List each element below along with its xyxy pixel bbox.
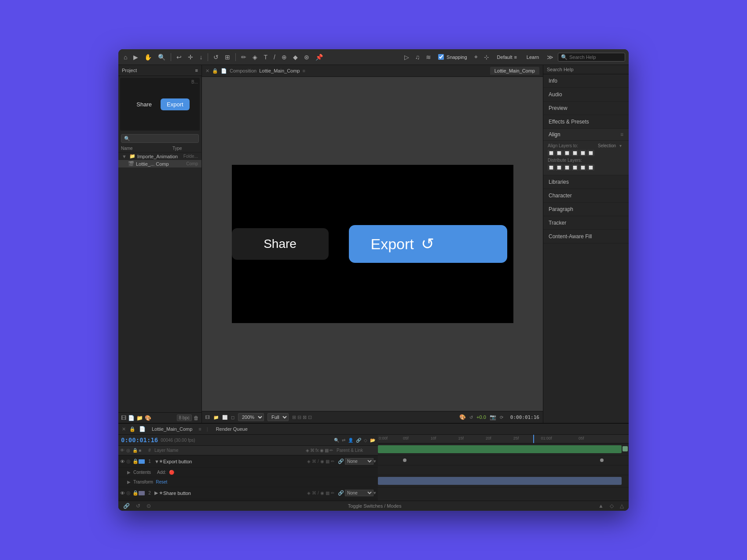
snapping-toggle[interactable]: Snapping (436, 53, 470, 61)
link-icon-footer[interactable]: 🔗 (122, 502, 131, 509)
warp-icon[interactable]: ⊛ (302, 53, 311, 62)
project-menu-icon[interactable]: ≡ (195, 68, 198, 73)
keyframe-1[interactable] (403, 458, 406, 462)
sw2-1[interactable]: ◈ (307, 491, 311, 495)
content-aware-fill-panel-item[interactable]: Content-Aware Fill (543, 230, 629, 244)
undo-icon[interactable]: ↺ (212, 53, 220, 62)
layer-expand-1[interactable]: ▼ (154, 459, 159, 464)
layer-solo-1[interactable]: ◎ (126, 458, 132, 464)
footage-icon[interactable]: 🎞 (121, 415, 126, 421)
folder-icon-footer[interactable]: 📁 (136, 415, 143, 421)
mask-icon-vf[interactable]: ◻ (231, 415, 234, 420)
align-top-btn[interactable]: ⬜ (571, 150, 579, 156)
sw-6[interactable]: ✏ (331, 459, 334, 464)
panel-fold-icon[interactable]: B... (191, 80, 198, 84)
dist-center-h-btn[interactable]: ⬜ (556, 164, 563, 171)
text-icon[interactable]: T (262, 53, 269, 62)
snap-grid-icon[interactable]: ⊹ (482, 53, 491, 62)
libraries-panel-item[interactable]: Libraries (543, 175, 629, 189)
sw2-5[interactable]: ▦ (326, 491, 330, 495)
audio-panel-item[interactable]: Audio (543, 88, 629, 102)
timeline-close-icon[interactable]: ✕ (122, 426, 126, 432)
layer-link-2[interactable]: 🔗 (338, 490, 345, 496)
workspace-button[interactable]: Default ≡ (494, 54, 520, 61)
zoom-icon[interactable]: 🔍 (156, 53, 167, 62)
folder-icon-vf[interactable]: 📁 (213, 415, 219, 420)
sw2-4[interactable]: ◉ (320, 491, 324, 495)
sw-2[interactable]: ⌘ (312, 459, 316, 464)
transform-expand[interactable]: ▶ (127, 480, 131, 484)
align-center-h-btn[interactable]: ⬜ (556, 150, 563, 156)
layer-parent-1[interactable]: None (345, 458, 374, 465)
timeline-tool-1[interactable]: ⇄ (342, 438, 345, 443)
pin-icon[interactable]: 📌 (314, 53, 325, 62)
character-panel-item[interactable]: Character (543, 189, 629, 203)
comp-lock-icon[interactable]: 🔒 (212, 68, 218, 74)
paragraph-panel-item[interactable]: Paragraph (543, 203, 629, 216)
footage-icon-footer[interactable]: 🎞 (205, 415, 210, 420)
anim-icon-vf[interactable]: ⬜ (222, 415, 227, 420)
align-right-btn[interactable]: ⬜ (564, 150, 571, 156)
home-icon[interactable]: ⌂ (122, 53, 129, 62)
effects-panel-item[interactable]: Effects & Presets (543, 115, 629, 129)
delete-icon[interactable]: 🗑 (194, 415, 199, 421)
project-search-input[interactable] (121, 134, 199, 143)
preview-export-button[interactable]: Export (161, 98, 190, 110)
learn-button[interactable]: Learn (523, 54, 542, 61)
tracker-panel-item[interactable]: Tracker (543, 216, 629, 230)
layer-link-1[interactable]: 🔗 (338, 458, 345, 464)
timeline-expand-icon[interactable]: ▲ (597, 502, 605, 509)
render-queue-tab[interactable]: Render Queue (213, 425, 250, 433)
layer-lock-2[interactable]: 🔒 (132, 490, 139, 496)
comp-tab[interactable]: Lottie_Main_Comp (490, 67, 539, 75)
timeline-mountain-icon[interactable]: △ (619, 502, 625, 509)
grid-icon[interactable]: ⊞ (223, 53, 232, 62)
layer-solo-2[interactable]: ◎ (126, 490, 132, 496)
align-left-btn[interactable]: ⬜ (548, 150, 555, 156)
align-menu-icon[interactable]: ≡ (620, 131, 623, 138)
sw-1[interactable]: ◈ (307, 459, 311, 464)
palette-icon[interactable]: 🎨 (145, 415, 151, 421)
bezier-icon[interactable]: ◈ (251, 53, 259, 62)
add-contents-icon[interactable]: 🔴 (169, 470, 174, 475)
sw2-2[interactable]: ⌘ (312, 491, 316, 495)
toggle-switches-label[interactable]: Toggle Switches / Modes (156, 503, 593, 509)
layer-expand-2[interactable]: ▶ (154, 490, 159, 496)
rotate-left-icon[interactable]: ↩ (175, 53, 183, 62)
dist-left-btn[interactable]: ⬜ (548, 164, 555, 171)
clone-icon[interactable]: ⊕ (280, 53, 289, 62)
line-icon[interactable]: / (272, 53, 277, 62)
expand-icon[interactable]: ≫ (545, 53, 555, 62)
search-input-icon[interactable]: 🔍 (334, 438, 339, 443)
timeline-menu-icon[interactable]: ≡ (198, 426, 201, 432)
dist-right-btn[interactable]: ⬜ (564, 164, 571, 171)
select-icon[interactable]: ▶ (132, 53, 140, 62)
preview-panel-item[interactable]: Preview (543, 102, 629, 115)
timeline-tool-2[interactable]: 👤 (348, 438, 353, 443)
keyframe-2[interactable] (600, 458, 604, 462)
info-panel-item[interactable]: Info (543, 74, 629, 88)
refresh-icon[interactable]: ↺ (469, 415, 473, 420)
timeline-tool-3[interactable]: 🔗 (356, 438, 361, 443)
sw2-6[interactable]: ✏ (331, 491, 334, 495)
sw-4[interactable]: ◉ (320, 459, 324, 464)
motion-path-icon[interactable]: ⊙ (145, 502, 152, 509)
file-item-comp[interactable]: 🎬 Lottie_... Comp Comp (118, 160, 201, 167)
motion-icon[interactable]: ≋ (424, 53, 433, 62)
contents-expand[interactable]: ▶ (127, 470, 131, 475)
preview-icon[interactable]: ▷ (403, 53, 411, 62)
dist-top-btn[interactable]: ⬜ (571, 164, 579, 171)
file-item-folder[interactable]: ▼ 📁 Importe_Animation Folde... (118, 153, 201, 160)
timeline-diamond-icon[interactable]: ◇ (608, 502, 615, 509)
down-arrow-icon[interactable]: ↓ (198, 53, 204, 62)
sw-3[interactable]: / (318, 459, 319, 464)
comp-icon-footer[interactable]: 📄 (128, 415, 135, 421)
timeline-lock-icon[interactable]: 🔒 (129, 426, 135, 432)
audio-icon[interactable]: ♫ (414, 53, 422, 62)
snap-detail-icon[interactable]: ⌖ (472, 52, 480, 62)
pen-icon[interactable]: ✏ (239, 53, 248, 62)
hand-icon[interactable]: ✋ (143, 53, 154, 62)
align-center-v-btn[interactable]: ⬜ (579, 150, 586, 156)
layer-parent-arrow-1[interactable]: ▾ (374, 458, 376, 464)
fill-icon[interactable]: ◆ (291, 53, 300, 62)
